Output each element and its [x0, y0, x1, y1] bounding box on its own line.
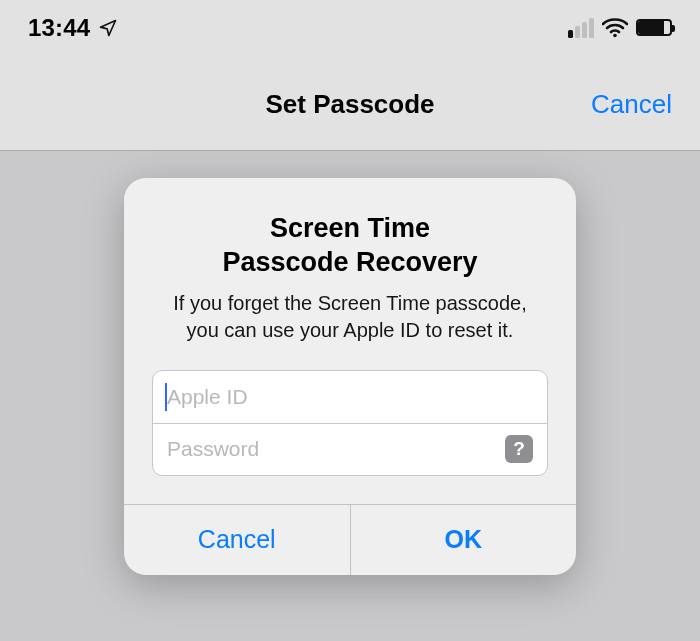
status-right — [568, 18, 672, 38]
wifi-icon — [602, 18, 628, 38]
dialog-title-line2: Passcode Recovery — [222, 247, 477, 277]
status-time: 13:44 — [28, 14, 90, 42]
dialog-ok-button[interactable]: OK — [350, 505, 577, 575]
dialog-cancel-button[interactable]: Cancel — [124, 505, 350, 575]
dialog-message: If you forget the Screen Time passcode, … — [152, 290, 548, 344]
dialog-button-row: Cancel OK — [124, 504, 576, 575]
password-input[interactable] — [167, 437, 505, 461]
status-left: 13:44 — [28, 14, 118, 42]
apple-id-input[interactable] — [167, 385, 533, 409]
cellular-signal-icon — [568, 18, 594, 38]
dialog-title-line1: Screen Time — [270, 213, 430, 243]
dialog-title: Screen Time Passcode Recovery — [152, 212, 548, 280]
input-group: ? — [152, 370, 548, 476]
battery-icon — [636, 19, 672, 36]
svg-point-0 — [613, 33, 617, 37]
dialog-body: Screen Time Passcode Recovery If you for… — [124, 178, 576, 504]
password-help-icon[interactable]: ? — [505, 435, 533, 463]
recovery-dialog: Screen Time Passcode Recovery If you for… — [124, 178, 576, 575]
status-bar: 13:44 — [0, 0, 700, 63]
help-symbol: ? — [513, 438, 525, 460]
nav-cancel-button[interactable]: Cancel — [591, 89, 672, 120]
password-field-row[interactable]: ? — [153, 423, 547, 475]
location-icon — [98, 18, 118, 38]
nav-bar: Set Passcode Cancel — [0, 63, 700, 151]
text-caret — [165, 383, 167, 411]
apple-id-field-row[interactable] — [153, 371, 547, 423]
